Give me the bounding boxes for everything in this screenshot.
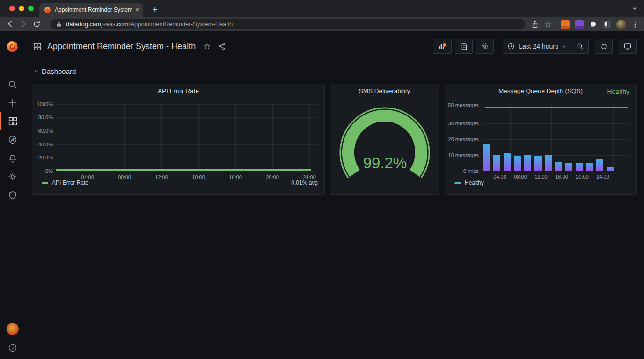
server-admin-shield-icon[interactable] bbox=[4, 187, 21, 204]
window-close-button[interactable] bbox=[9, 6, 15, 11]
share-dashboard-icon[interactable] bbox=[218, 42, 226, 50]
gridline bbox=[272, 104, 273, 171]
header-toolbar: Last 24 hours bbox=[433, 39, 637, 54]
site-lock-icon bbox=[56, 21, 62, 27]
legend-label: API Error Rate bbox=[52, 180, 88, 186]
create-plus-icon[interactable] bbox=[4, 94, 21, 111]
legend-swatch bbox=[42, 182, 48, 184]
gridline bbox=[161, 104, 162, 171]
threshold-line-50-messages bbox=[485, 107, 628, 108]
queue-bar bbox=[586, 163, 593, 171]
gauge-chart: 99.2% bbox=[330, 97, 439, 191]
panel-sms-deliverability: SMS Deliverability 99.2% bbox=[330, 84, 439, 195]
gridline bbox=[572, 105, 572, 171]
row-label: Dashboard bbox=[42, 67, 76, 75]
queue-bar bbox=[504, 153, 511, 171]
y-axis-tick: 60.0% bbox=[32, 128, 53, 134]
queue-bar bbox=[534, 156, 542, 171]
extension-orange-icon[interactable] bbox=[559, 18, 571, 30]
legend-item-healthy[interactable]: Healthy bbox=[454, 180, 484, 186]
active-section-indicator bbox=[0, 112, 1, 130]
api-plot bbox=[57, 104, 317, 171]
svg-text:?: ? bbox=[11, 345, 14, 351]
time-range-label: Last 24 hours bbox=[519, 43, 558, 50]
x-axis-tick: 12:00 bbox=[152, 174, 171, 180]
x-axis-tick: 04:00 bbox=[490, 174, 509, 180]
forward-button[interactable] bbox=[17, 18, 30, 30]
legend-item-api-error-rate[interactable]: API Error Rate bbox=[42, 180, 88, 186]
y-axis-tick: 50 messages bbox=[445, 102, 479, 108]
add-panel-button[interactable] bbox=[433, 39, 452, 54]
y-axis-tick: 40.0% bbox=[32, 142, 53, 147]
browser-menu-icon[interactable] bbox=[629, 18, 641, 30]
browser-tabstrip: Appointment Reminder System × + bbox=[0, 0, 644, 17]
panel-title[interactable]: SMS Deliverability bbox=[330, 87, 439, 94]
time-range-picker[interactable]: Last 24 hours bbox=[503, 39, 571, 54]
x-axis-tick: 08:00 bbox=[511, 174, 530, 180]
gridline bbox=[483, 139, 630, 140]
dashboard-row-toggle[interactable]: Dashboard bbox=[34, 67, 76, 75]
back-button[interactable] bbox=[4, 18, 17, 30]
chevron-down-icon bbox=[34, 69, 39, 74]
gridline bbox=[309, 104, 310, 171]
configuration-gear-icon[interactable] bbox=[4, 168, 21, 185]
alerting-bell-icon[interactable] bbox=[4, 150, 21, 167]
grafana-main: Appointment Reminder System - Health ☆ bbox=[25, 31, 644, 359]
gridline bbox=[613, 105, 614, 171]
gridline bbox=[57, 104, 317, 105]
refresh-dashboard-button[interactable] bbox=[595, 39, 613, 54]
dashboard-settings-button[interactable] bbox=[476, 39, 494, 54]
bookmark-star-icon[interactable]: ☆ bbox=[542, 18, 554, 30]
grafana-logo[interactable] bbox=[4, 38, 21, 55]
queue-bar bbox=[565, 163, 572, 171]
user-avatar[interactable] bbox=[4, 321, 21, 337]
url-text: datadog.camjsaas.com/AppointmentReminder… bbox=[66, 21, 233, 28]
gridline bbox=[198, 104, 199, 171]
gridline bbox=[57, 131, 317, 131]
favorite-star-icon[interactable]: ☆ bbox=[203, 41, 211, 51]
extensions-puzzle-icon[interactable] bbox=[587, 18, 599, 30]
browser-tab[interactable]: Appointment Reminder System × bbox=[39, 3, 143, 17]
dashboard-header: Appointment Reminder System - Health ☆ bbox=[25, 31, 644, 62]
explore-compass-icon[interactable] bbox=[4, 131, 21, 148]
panel-title[interactable]: API Error Rate bbox=[32, 87, 324, 94]
screen: Appointment Reminder System × + bbox=[0, 0, 644, 359]
tab-favicon-grafana-icon bbox=[44, 6, 51, 14]
browser-profile-avatar[interactable] bbox=[615, 18, 627, 30]
x-axis-tick: 20:00 bbox=[263, 174, 282, 180]
queue-bar bbox=[545, 155, 552, 171]
dashboards-icon[interactable] bbox=[4, 113, 21, 129]
gridline bbox=[593, 105, 593, 171]
help-icon[interactable]: ? bbox=[4, 339, 21, 356]
zoom-out-time-button[interactable] bbox=[571, 39, 589, 54]
y-axis-tick: 80.0% bbox=[32, 115, 53, 120]
search-icon[interactable] bbox=[4, 76, 21, 93]
window-zoom-button[interactable] bbox=[28, 6, 34, 11]
legend-swatch bbox=[454, 182, 461, 184]
x-axis-tick: 12:00 bbox=[532, 174, 550, 180]
queue-bar bbox=[493, 155, 500, 171]
gridline bbox=[124, 104, 125, 171]
queue-bar bbox=[596, 159, 603, 171]
x-axis-tick: 08:00 bbox=[115, 174, 134, 180]
new-tab-button[interactable]: + bbox=[149, 4, 161, 16]
address-bar[interactable]: datadog.camjsaas.com/AppointmentReminder… bbox=[51, 19, 525, 29]
queue-status-badge: Healthy bbox=[607, 88, 629, 95]
share-page-icon[interactable] bbox=[529, 18, 541, 30]
x-axis-tick: 16:00 bbox=[226, 174, 245, 180]
y-axis-tick: 1000% bbox=[32, 101, 53, 107]
side-panel-icon[interactable] bbox=[601, 18, 613, 30]
queue-bar bbox=[607, 167, 614, 171]
legend-label: Healthy bbox=[465, 180, 484, 186]
gridline bbox=[57, 144, 317, 145]
tab-search-chevron-icon[interactable] bbox=[632, 6, 637, 11]
queue-bar bbox=[524, 155, 531, 171]
reload-button[interactable] bbox=[30, 18, 43, 30]
window-minimize-button[interactable] bbox=[19, 6, 24, 11]
cycle-view-mode-button[interactable] bbox=[619, 39, 637, 54]
time-controls: Last 24 hours bbox=[503, 39, 589, 54]
tab-close-icon[interactable]: × bbox=[135, 7, 139, 13]
queue-bar bbox=[555, 162, 562, 171]
save-dashboard-button[interactable] bbox=[455, 39, 473, 54]
extension-purple-icon[interactable] bbox=[573, 18, 585, 30]
